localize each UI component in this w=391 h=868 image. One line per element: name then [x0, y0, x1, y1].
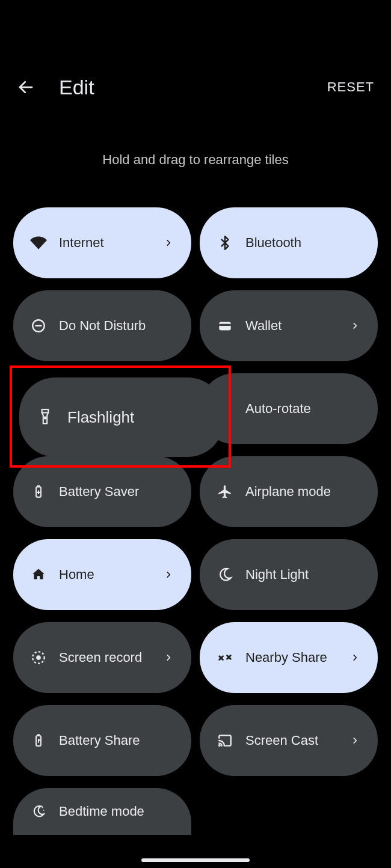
chevron-right-icon — [349, 652, 361, 664]
svg-point-14 — [42, 807, 43, 808]
tile-night-light[interactable]: Night Light — [200, 539, 378, 610]
tile-label: Do Not Disturb — [59, 318, 146, 334]
tile-nearby-share[interactable]: Nearby Share — [200, 622, 378, 693]
tile-battery-saver[interactable]: Battery Saver — [13, 456, 191, 527]
airplane-icon — [217, 483, 233, 500]
tile-autorotate[interactable]: Auto-rotate — [200, 373, 378, 444]
arrow-left-icon — [17, 78, 35, 96]
tile-wallet[interactable]: Wallet — [200, 290, 378, 361]
chevron-right-icon — [162, 569, 174, 581]
flashlight-icon — [37, 408, 53, 426]
tile-label: Auto-rotate — [245, 401, 311, 417]
tile-screen-record[interactable]: Screen record — [13, 622, 191, 693]
tile-dnd[interactable]: Do Not Disturb — [13, 290, 191, 361]
svg-point-15 — [43, 810, 45, 811]
tile-label: Bedtime mode — [59, 804, 144, 819]
tile-internet[interactable]: Internet — [13, 207, 191, 278]
tile-label: Screen record — [59, 650, 142, 665]
tile-label: Bluetooth — [245, 235, 301, 251]
tile-label: Flashlight — [67, 408, 134, 427]
battery-saver-icon — [30, 483, 47, 500]
tile-flashlight-dragging[interactable]: Flashlight — [19, 377, 224, 457]
bedtime-icon — [30, 803, 47, 820]
tile-airplane[interactable]: Airplane mode — [200, 456, 378, 527]
wifi-icon — [30, 234, 47, 251]
cast-icon — [217, 732, 233, 749]
reset-button[interactable]: RESET — [327, 79, 374, 95]
svg-rect-4 — [219, 324, 231, 326]
tile-home[interactable]: Home — [13, 539, 191, 610]
tile-bluetooth[interactable]: Bluetooth — [200, 207, 378, 278]
tile-label: Battery Share — [59, 733, 140, 748]
tile-label: Internet — [59, 235, 104, 251]
header: Edit RESET — [0, 69, 391, 105]
tile-label: Home — [59, 567, 94, 582]
chevron-right-icon — [349, 320, 361, 332]
svg-point-17 — [45, 417, 46, 419]
back-button[interactable] — [17, 78, 43, 96]
chevron-right-icon — [162, 652, 174, 664]
chevron-right-icon — [162, 237, 174, 249]
tile-label: Nearby Share — [245, 650, 327, 665]
tiles-grid: Internet Bluetooth Do Not Disturb Wallet… — [0, 207, 391, 835]
dnd-icon — [30, 317, 47, 334]
tile-label: Airplane mode — [245, 484, 331, 500]
tile-label: Wallet — [245, 318, 282, 334]
nav-handle[interactable] — [141, 858, 250, 862]
chevron-right-icon — [349, 735, 361, 747]
screen-record-icon — [30, 649, 47, 666]
night-light-icon — [217, 566, 233, 583]
home-icon — [30, 566, 47, 583]
tile-label: Screen Cast — [245, 733, 318, 748]
svg-rect-16 — [42, 409, 49, 412]
svg-point-13 — [219, 745, 220, 746]
nearby-share-icon — [217, 649, 233, 666]
hint-text: Hold and drag to rearrange tiles — [0, 152, 391, 168]
svg-rect-3 — [219, 322, 231, 331]
bluetooth-icon — [217, 234, 233, 251]
tile-label: Night Light — [245, 567, 309, 582]
page-title: Edit — [59, 76, 94, 99]
tile-label: Battery Saver — [59, 484, 139, 500]
battery-share-icon — [30, 732, 47, 749]
wallet-icon — [217, 317, 233, 334]
tile-battery-share[interactable]: Battery Share — [13, 705, 191, 776]
tile-bedtime[interactable]: Bedtime mode — [13, 788, 191, 835]
tile-screen-cast[interactable]: Screen Cast — [200, 705, 378, 776]
svg-point-10 — [36, 655, 41, 660]
